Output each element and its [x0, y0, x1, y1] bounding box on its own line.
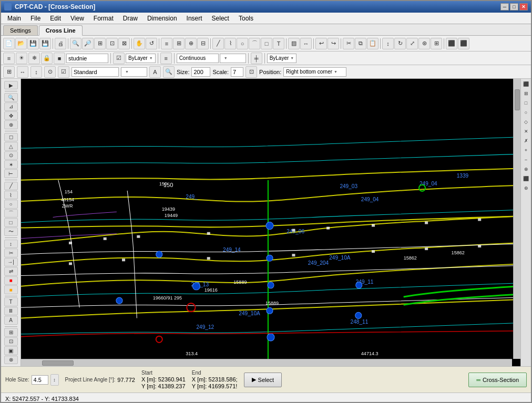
insert-image-btn[interactable]: ▣	[4, 346, 18, 355]
size-input[interactable]	[191, 67, 210, 77]
title-bar-controls[interactable]: ─ □ ✕	[500, 3, 528, 11]
draw-spline-btn[interactable]: 〜	[4, 228, 18, 236]
snap-center-btn[interactable]: ⊙	[4, 151, 18, 160]
draw-rect-btn[interactable]: □	[4, 218, 18, 226]
text-format-btn[interactable]: A	[4, 316, 18, 324]
draw-poly-btn[interactable]: ⌇	[4, 191, 18, 199]
zoom-select-btn[interactable]: 🔍	[163, 66, 175, 78]
snap-endpoint-btn[interactable]: ◻	[4, 133, 18, 141]
draw-circle-btn[interactable]: ○	[4, 200, 18, 208]
right-x-btn[interactable]: ✗	[522, 137, 530, 145]
layer-freeze-button[interactable]: ❄	[28, 53, 40, 64]
menu-edit[interactable]: Edit	[46, 14, 65, 23]
select-button[interactable]: ▶ Select	[244, 373, 282, 387]
horizontal-scrollbar[interactable]	[21, 359, 512, 366]
right-snap2-btn[interactable]: ⬛	[522, 174, 530, 183]
layer-button[interactable]: ⊞	[173, 38, 185, 49]
zoom-all-button[interactable]: ⊞	[94, 38, 106, 49]
linetype-check[interactable]: ☑	[113, 53, 125, 64]
special-red-btn[interactable]: ■	[4, 276, 18, 285]
snap-button[interactable]: ⊕	[185, 38, 197, 49]
redo-button[interactable]: ↪	[328, 38, 339, 49]
scale-input[interactable]	[231, 67, 243, 77]
scale-adjust-btn[interactable]: ⊡	[245, 66, 257, 78]
text-button[interactable]: T	[273, 38, 284, 49]
group-button[interactable]: ⊞	[431, 38, 442, 49]
horizontal-scroll-thumb[interactable]	[42, 360, 74, 366]
edit-move-btn[interactable]: ↕	[4, 240, 18, 248]
layer-prop-button[interactable]: ≡	[3, 53, 15, 64]
line-button[interactable]: ╱	[212, 38, 224, 49]
t6-btn[interactable]: A	[149, 66, 161, 78]
tab-settings[interactable]: Settings	[3, 25, 38, 35]
edit-mirror-btn[interactable]: ⇌	[4, 267, 18, 275]
vertical-scrollbar[interactable]	[513, 79, 520, 359]
insert-attrib-btn[interactable]: ⊡	[4, 337, 18, 346]
special1-button[interactable]: ⬛	[446, 38, 457, 49]
t4-btn[interactable]: ⊙	[44, 66, 56, 78]
hole-size-input[interactable]	[32, 375, 48, 385]
bylayer-dropdown2[interactable]: ByLayer	[267, 54, 297, 63]
style-dropdown[interactable]	[121, 67, 147, 77]
menu-file[interactable]: File	[26, 14, 45, 23]
position-dropdown[interactable]: Right bottom corner	[283, 67, 346, 77]
open-file-button[interactable]: 📂	[15, 38, 27, 49]
linetype-dropdown[interactable]	[220, 54, 246, 63]
zoom-prev-btn[interactable]: ⊿	[4, 102, 18, 111]
layer-color-button[interactable]: ■	[54, 53, 65, 64]
cross-section-button[interactable]: ═ Cross-Section	[468, 373, 527, 387]
zoom-window-button[interactable]: ⊡	[106, 38, 118, 49]
menu-draw[interactable]: Draw	[119, 14, 142, 23]
layer-on-button[interactable]: ☀	[16, 53, 27, 64]
copy-button[interactable]: ⧉	[355, 38, 366, 49]
t5-btn[interactable]: ☑	[58, 66, 69, 78]
snap-perp-btn[interactable]: ⊢	[4, 169, 18, 178]
style-input[interactable]	[71, 67, 119, 77]
grid-button[interactable]: ⊟	[197, 38, 209, 49]
move-button[interactable]: ↕	[382, 38, 394, 49]
t3-btn[interactable]: ↕	[30, 66, 42, 78]
zoom-extents-button[interactable]: ⊠	[118, 38, 130, 49]
t2-btn[interactable]: ↔	[17, 66, 28, 78]
properties-button[interactable]: ≡	[161, 38, 172, 49]
right-dotx-btn[interactable]: ⊗	[522, 165, 530, 173]
snap-midpoint-btn[interactable]: △	[4, 142, 18, 150]
paste-button[interactable]: 📋	[367, 38, 378, 49]
new-file-button[interactable]: 📄	[3, 38, 15, 49]
lineweight-btn[interactable]: ≡	[160, 53, 172, 64]
right-minus-btn[interactable]: −	[522, 156, 530, 164]
special-orange-btn[interactable]: ■	[4, 285, 18, 294]
insert-special-btn[interactable]: ⊗	[4, 356, 18, 364]
polyline-button[interactable]: ⌇	[224, 38, 236, 49]
menu-format[interactable]: Format	[89, 14, 118, 23]
layer-lock-button[interactable]: 🔒	[41, 53, 53, 64]
lineweight2-btn[interactable]: ╪	[251, 53, 262, 64]
menu-insert[interactable]: Insert	[182, 14, 207, 23]
zoom-in-button[interactable]: 🔍	[70, 38, 81, 49]
linetype-display[interactable]: Continuous	[177, 54, 219, 63]
pan-realtime-btn[interactable]: ✥	[4, 111, 18, 120]
text-tool-btn[interactable]: T	[4, 297, 18, 306]
print-button[interactable]: 🖨	[55, 38, 66, 49]
menu-tools[interactable]: Tools	[234, 14, 258, 23]
insert-block-btn[interactable]: ⊞	[4, 328, 18, 336]
pan-button[interactable]: ✋	[134, 38, 145, 49]
right-spiral-btn[interactable]: ⊛	[522, 184, 530, 192]
rotate-button[interactable]: ↻	[394, 38, 406, 49]
layer-name-input[interactable]	[66, 54, 108, 63]
cut-button[interactable]: ✂	[343, 38, 354, 49]
right-circle2-btn[interactable]: ○	[522, 108, 530, 117]
draw-arc-btn[interactable]: ⌒	[4, 209, 18, 218]
rectangle-button[interactable]: □	[261, 38, 272, 49]
explode-button[interactable]: ⊛	[418, 38, 430, 49]
vertical-scroll-thumb[interactable]	[515, 89, 520, 110]
circle-button[interactable]: ○	[237, 38, 248, 49]
hatch-button[interactable]: ▨	[288, 38, 300, 49]
right-grid-btn[interactable]: ⊞	[522, 89, 530, 98]
tab-crossline[interactable]: Cross Line	[39, 25, 83, 36]
arc-button[interactable]: ⌒	[249, 38, 260, 49]
scale-btn[interactable]: ⤢	[406, 38, 418, 49]
maximize-button[interactable]: □	[510, 3, 518, 11]
special2-button[interactable]: ⬛	[458, 38, 469, 49]
map-view[interactable]: 249_03 249_04 249_06 249_10A 249_11 249_…	[21, 79, 520, 366]
